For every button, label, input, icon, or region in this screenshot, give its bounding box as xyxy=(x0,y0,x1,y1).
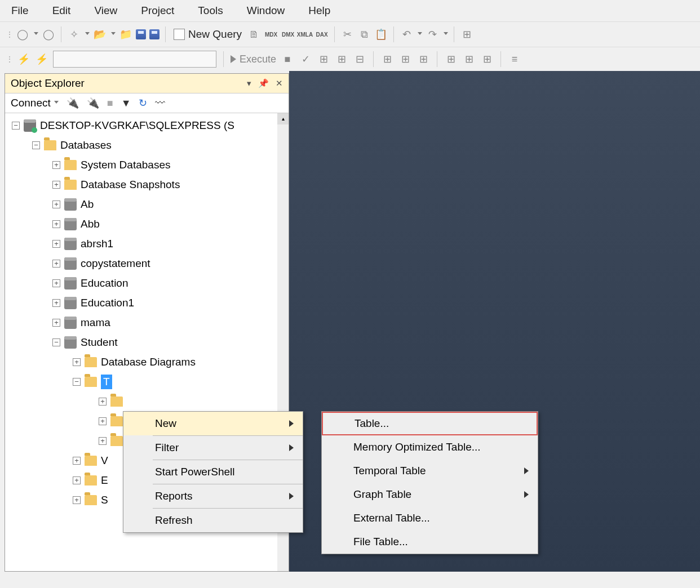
results-button-3[interactable]: ⊞ xyxy=(417,52,430,66)
menu-project[interactable]: Project xyxy=(138,2,178,19)
open-file-button[interactable]: 📁 xyxy=(119,28,132,41)
tree-db-copystatement[interactable]: + copystatement xyxy=(7,253,286,273)
close-icon[interactable]: ✕ xyxy=(276,78,283,88)
expand-icon[interactable]: + xyxy=(99,437,107,445)
tree-db-abb[interactable]: + Abb xyxy=(7,214,286,234)
nav-forward-button[interactable]: ◯ xyxy=(42,28,55,41)
expand-icon[interactable]: + xyxy=(73,476,81,484)
grid-button-3[interactable]: ⊞ xyxy=(480,52,494,66)
parse-button[interactable]: ✓ xyxy=(299,52,312,66)
expand-icon[interactable]: + xyxy=(52,161,60,169)
menu-view[interactable]: View xyxy=(91,2,121,19)
stop-button[interactable]: ■ xyxy=(281,52,294,66)
tree-db-mama[interactable]: + mama xyxy=(7,313,286,332)
submenu-table[interactable]: Table... xyxy=(322,412,538,435)
collapse-icon[interactable]: − xyxy=(12,122,20,130)
dmx-button[interactable]: DMX xyxy=(281,28,295,41)
redo-dropdown[interactable] xyxy=(444,32,448,37)
database-combo[interactable] xyxy=(53,51,216,68)
tree-database-snapshots[interactable]: + Database Snapshots xyxy=(7,175,286,194)
xmla-button[interactable]: XMLA xyxy=(298,28,312,41)
tree-database-diagrams[interactable]: + Database Diagrams xyxy=(7,352,286,372)
copy-button[interactable]: ⧉ xyxy=(357,28,371,41)
results-button-1[interactable]: ⊞ xyxy=(380,52,394,66)
collapse-icon[interactable]: − xyxy=(73,378,81,386)
nav-back-button[interactable]: ◯ xyxy=(16,28,29,41)
tree-db-ab[interactable]: + Ab xyxy=(7,194,286,214)
expand-icon[interactable]: + xyxy=(73,457,81,465)
stop-icon[interactable]: ■ xyxy=(107,97,113,109)
menu-file[interactable]: File xyxy=(8,2,32,19)
context-new[interactable]: New xyxy=(123,412,303,435)
properties-button[interactable]: ⊞ xyxy=(460,28,473,41)
disconnect-icon[interactable]: ⚡ xyxy=(35,52,48,66)
open-dropdown[interactable] xyxy=(111,32,116,37)
grid-button-2[interactable]: ⊞ xyxy=(462,52,476,66)
menu-window[interactable]: Window xyxy=(243,2,289,19)
grid-button-1[interactable]: ⊞ xyxy=(444,52,458,66)
undo-dropdown[interactable] xyxy=(418,32,422,37)
context-refresh[interactable]: Refresh xyxy=(123,509,303,532)
expand-icon[interactable]: + xyxy=(99,417,107,425)
submenu-temporal-table[interactable]: Temporal Table xyxy=(322,459,538,483)
tree-server-node[interactable]: − DESKTOP-KVGRKAF\SQLEXPRESS (S xyxy=(7,115,286,135)
refresh-icon[interactable]: ↻ xyxy=(139,97,147,109)
tree-db-education1[interactable]: + Education1 xyxy=(7,293,286,313)
indent-button[interactable]: ≡ xyxy=(508,52,521,66)
context-powershell[interactable]: Start PowerShell xyxy=(123,460,303,484)
expand-icon[interactable]: + xyxy=(52,220,60,228)
tree-system-databases[interactable]: + System Databases xyxy=(7,155,286,175)
expand-icon[interactable]: + xyxy=(52,181,60,189)
mdx-button[interactable]: MDX xyxy=(264,28,278,41)
tree-child[interactable]: + xyxy=(7,391,286,411)
submenu-graph-table[interactable]: Graph Table xyxy=(322,483,538,506)
plug-disconnect-icon[interactable]: 🔌 xyxy=(87,97,99,109)
db-query-button[interactable]: 🗎 xyxy=(247,28,261,41)
new-project-button[interactable]: ✧ xyxy=(67,28,81,41)
plug-connect-icon[interactable]: 🔌 xyxy=(67,97,79,109)
collapse-icon[interactable]: − xyxy=(52,338,60,346)
cut-button[interactable]: ✂ xyxy=(340,28,354,41)
plan-button-3[interactable]: ⊟ xyxy=(353,52,366,66)
expand-icon[interactable]: + xyxy=(52,299,60,307)
filter-icon[interactable]: ▼ xyxy=(121,97,131,109)
menu-tools[interactable]: Tools xyxy=(194,2,226,19)
activity-icon[interactable]: 〰 xyxy=(155,97,165,109)
paste-button[interactable]: 📋 xyxy=(374,28,388,41)
plan-button-1[interactable]: ⊞ xyxy=(317,52,330,66)
nav-back-dropdown[interactable] xyxy=(34,32,38,37)
tree-tables-node[interactable]: − T xyxy=(7,372,286,391)
tree-db-education[interactable]: + Education xyxy=(7,273,286,293)
undo-button[interactable]: ↶ xyxy=(400,28,413,41)
new-project-dropdown[interactable] xyxy=(85,32,90,37)
expand-icon[interactable]: + xyxy=(52,279,60,287)
expand-icon[interactable]: + xyxy=(52,240,60,248)
expand-icon[interactable]: + xyxy=(73,358,81,366)
tree-db-abrsh1[interactable]: + abrsh1 xyxy=(7,234,286,253)
results-button-2[interactable]: ⊞ xyxy=(398,52,412,66)
expand-icon[interactable]: + xyxy=(73,496,81,504)
tree-db-student[interactable]: − Student xyxy=(7,332,286,352)
dax-button[interactable]: DAX xyxy=(315,28,329,41)
new-query-button[interactable]: New Query xyxy=(171,27,244,42)
expand-icon[interactable]: + xyxy=(52,319,60,327)
tree-databases-node[interactable]: − Databases xyxy=(7,135,286,155)
submenu-file-table[interactable]: File Table... xyxy=(322,530,538,554)
save-all-button[interactable] xyxy=(149,29,160,39)
context-reports[interactable]: Reports xyxy=(123,484,303,508)
submenu-external-table[interactable]: External Table... xyxy=(322,506,538,530)
collapse-icon[interactable]: − xyxy=(32,141,40,149)
menu-edit[interactable]: Edit xyxy=(49,2,74,19)
menu-help[interactable]: Help xyxy=(305,2,334,19)
expand-icon[interactable]: + xyxy=(52,260,60,268)
expand-icon[interactable]: + xyxy=(52,201,60,208)
pin-icon[interactable]: 📌 xyxy=(258,78,269,88)
execute-button[interactable]: Execute xyxy=(231,54,276,65)
save-button[interactable] xyxy=(136,29,146,39)
open-button[interactable]: 📂 xyxy=(93,28,107,41)
context-filter[interactable]: Filter xyxy=(123,436,303,460)
redo-button[interactable]: ↷ xyxy=(426,28,439,41)
expand-icon[interactable]: + xyxy=(99,398,107,406)
scroll-up-icon[interactable]: ▴ xyxy=(277,113,289,124)
dropdown-icon[interactable]: ▾ xyxy=(247,78,251,88)
